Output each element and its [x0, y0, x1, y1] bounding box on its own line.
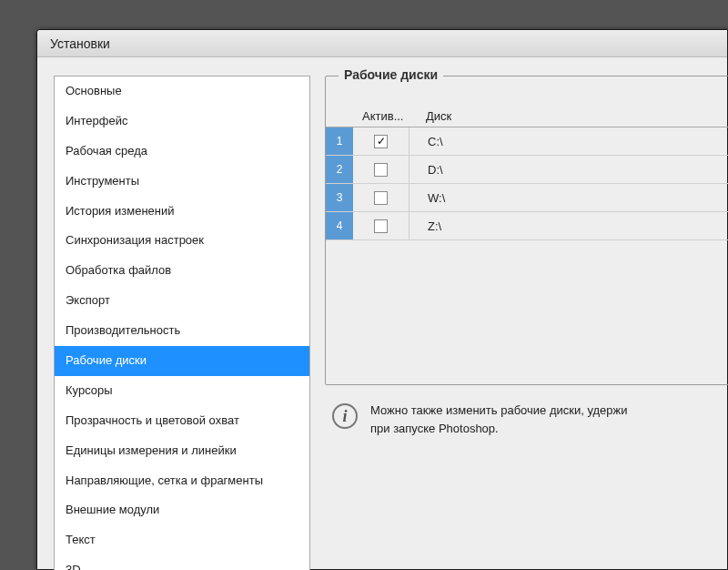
sidebar-item-label: Внешние модули	[66, 503, 159, 516]
sidebar-item-label: Интерфейс	[66, 114, 127, 127]
sidebar-item-label: Основные	[66, 84, 122, 97]
sidebar-item-label: Направляющие, сетка и фрагменты	[66, 473, 263, 487]
window-title: Установки	[50, 36, 110, 51]
fieldset-legend: Рабочие диски	[339, 67, 443, 82]
content-area: Основные Интерфейс Рабочая среда Инструм…	[37, 57, 727, 569]
row-drive-cell: W:\	[410, 191, 445, 205]
sidebar-item-scratch-disks[interactable]: Рабочие диски	[55, 346, 309, 376]
sidebar-item-export[interactable]: Экспорт	[55, 286, 309, 316]
sidebar-item-label: Обработка файлов	[66, 263, 171, 277]
active-checkbox[interactable]	[374, 219, 388, 233]
scratch-disks-fieldset: Рабочие диски Актив... Диск 1 ✓ C:\	[325, 76, 728, 385]
info-row: i Можно также изменить рабочие диски, уд…	[325, 402, 728, 437]
table-row[interactable]: 3 W:\	[326, 184, 728, 212]
sidebar-item-history-log[interactable]: История изменений	[55, 197, 309, 227]
row-drive-cell: Z:\	[410, 219, 441, 233]
table-row[interactable]: 4 Z:\	[326, 212, 728, 240]
sidebar-item-tools[interactable]: Инструменты	[55, 167, 309, 197]
info-icon: i	[332, 403, 358, 429]
row-drive-cell: C:\	[410, 135, 443, 148]
disk-rows: 1 ✓ C:\ 2 D:\	[326, 127, 728, 240]
sidebar-item-label: Курсоры	[66, 383, 113, 397]
info-text-line: Можно также изменить рабочие диски, удер…	[370, 403, 628, 417]
row-number: 4	[326, 212, 353, 239]
info-text-line: при запуске Photoshop.	[370, 422, 499, 435]
active-checkbox[interactable]	[374, 191, 388, 205]
disk-table: Актив... Диск 1 ✓ C:\ 2	[326, 109, 728, 240]
row-number: 3	[326, 184, 353, 211]
sidebar-item-workspace[interactable]: Рабочая среда	[55, 137, 309, 167]
row-active-cell	[353, 184, 410, 211]
titlebar[interactable]: Установки	[37, 30, 727, 57]
sidebar-item-label: Текст	[66, 533, 96, 546]
table-row[interactable]: 2 D:\	[326, 156, 728, 184]
sidebar-item-sync-settings[interactable]: Синхронизация настроек	[55, 226, 309, 256]
sidebar-item-label: Единицы измерения и линейки	[66, 443, 237, 457]
active-checkbox[interactable]: ✓	[374, 135, 388, 148]
sidebar-item-general[interactable]: Основные	[55, 76, 309, 107]
sidebar-item-label: Рабочие диски	[66, 353, 147, 367]
row-active-cell	[353, 212, 410, 239]
sidebar-item-file-handling[interactable]: Обработка файлов	[55, 256, 309, 286]
sidebar-item-label: 3D	[66, 563, 81, 570]
row-active-cell	[353, 156, 410, 183]
row-drive-cell: D:\	[410, 163, 443, 177]
row-number: 1	[326, 127, 353, 155]
disk-table-header: Актив... Диск	[326, 109, 728, 123]
sidebar-item-interface[interactable]: Интерфейс	[55, 107, 309, 137]
category-sidebar: Основные Интерфейс Рабочая среда Инструм…	[54, 76, 310, 570]
sidebar-item-cursors[interactable]: Курсоры	[55, 376, 309, 406]
table-row[interactable]: 1 ✓ C:\	[326, 127, 728, 156]
sidebar-item-performance[interactable]: Производительность	[55, 316, 309, 346]
column-header-active[interactable]: Актив...	[362, 109, 426, 123]
sidebar-item-label: Прозрачность и цветовой охват	[66, 413, 239, 427]
main-panel: Рабочие диски Актив... Диск 1 ✓ C:\	[325, 76, 728, 570]
sidebar-item-3d[interactable]: 3D	[55, 555, 309, 570]
row-active-cell: ✓	[353, 127, 410, 155]
sidebar-item-label: Синхронизация настроек	[66, 233, 204, 247]
sidebar-item-guides-grid-slices[interactable]: Направляющие, сетка и фрагменты	[55, 466, 309, 496]
sidebar-item-label: Производительность	[66, 323, 180, 337]
info-text: Можно также изменить рабочие диски, удер…	[370, 402, 628, 437]
active-checkbox[interactable]	[374, 163, 388, 177]
sidebar-item-label: Экспорт	[66, 293, 110, 307]
sidebar-item-label: Инструменты	[66, 174, 139, 188]
column-header-drive[interactable]: Диск	[426, 109, 728, 123]
sidebar-item-label: История изменений	[66, 204, 175, 218]
sidebar-item-units-rulers[interactable]: Единицы измерения и линейки	[55, 436, 309, 466]
sidebar-item-plugins[interactable]: Внешние модули	[55, 495, 309, 525]
sidebar-item-label: Рабочая среда	[66, 144, 147, 158]
row-number: 2	[326, 156, 353, 183]
sidebar-item-type[interactable]: Текст	[55, 525, 309, 555]
sidebar-item-transparency-gamut[interactable]: Прозрачность и цветовой охват	[55, 406, 309, 436]
preferences-window: Установки Основные Интерфейс Рабочая сре…	[36, 29, 728, 570]
